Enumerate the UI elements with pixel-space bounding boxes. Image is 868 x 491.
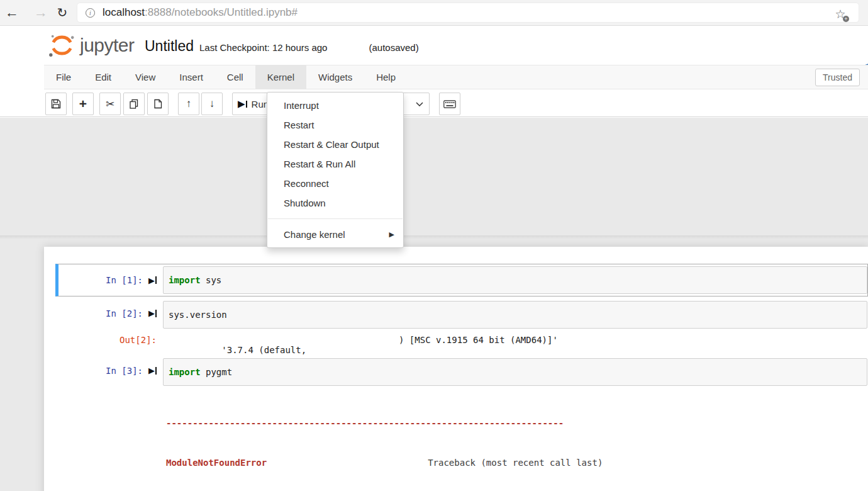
code-input[interactable]: import pygmt <box>163 358 867 386</box>
error-traceback: ----------------------------------------… <box>166 390 868 491</box>
menubar: File Edit View Insert Cell Kernel Widget… <box>44 65 868 89</box>
code-cell-1[interactable]: In [1]: ▶ import sys <box>55 264 868 296</box>
jupyter-logo[interactable]: jupyter <box>48 32 135 59</box>
header-shadow <box>0 235 868 239</box>
code-input[interactable]: import sys <box>163 266 867 294</box>
notebook-toolbar: + ✂ ↑ ↓ ▶ Run <box>0 89 868 117</box>
kernel-menu-restart-clear[interactable]: Restart & Clear Output <box>267 135 403 154</box>
notebook-title[interactable]: Untitled <box>145 38 194 55</box>
plus-icon: + <box>79 96 87 111</box>
browser-forward-button[interactable]: → <box>31 3 50 22</box>
code-text: pygmt <box>201 367 233 377</box>
output-prompt: Out[2]: <box>120 335 157 345</box>
copy-cell-button[interactable] <box>123 93 145 115</box>
menu-divider <box>268 218 403 219</box>
input-prompt: In [1]: <box>106 275 143 285</box>
keyboard-icon <box>443 100 456 108</box>
kernel-menu-interrupt[interactable]: Interrupt <box>267 96 403 115</box>
kernel-dropdown-menu: Interrupt Restart Restart & Clear Output… <box>267 92 404 248</box>
back-arrow-icon: ← <box>5 4 19 21</box>
save-icon <box>51 99 61 109</box>
run-cell-icon: ▶ <box>148 308 157 318</box>
code-input[interactable]: sys.version <box>163 301 867 329</box>
address-bar[interactable]: i localhost:8888/notebooks/Untitled.ipyn… <box>77 3 859 23</box>
refresh-icon: ↻ <box>57 5 68 20</box>
change-kernel-label: Change kernel <box>284 227 345 242</box>
copy-icon <box>129 99 139 109</box>
kernel-menu-restart-run-all[interactable]: Restart & Run All <box>267 154 403 174</box>
run-cell-icon: ▶ <box>148 276 157 285</box>
jupyter-header: jupyter Untitled Last Checkpoint: 12 hou… <box>0 26 868 65</box>
browser-back-button[interactable]: ← <box>3 3 21 22</box>
output-text-left: '3.7.4 (default, <box>221 345 306 355</box>
notebook-container: In [1]: ▶ import sys In [2]: ▶ sys.versi… <box>44 247 868 491</box>
run-cell-icon: ▶ <box>148 366 157 375</box>
url-path: :8888/notebooks/Untitled.ipynb# <box>145 6 298 18</box>
output-area-2: Out[2]: '3.7.4 (default, ) [MSC v.1915 6… <box>55 329 868 354</box>
paste-icon <box>153 99 163 109</box>
move-cell-down-button[interactable]: ↓ <box>201 93 223 115</box>
menu-insert[interactable]: Insert <box>167 65 215 89</box>
url-host: localhost <box>103 6 145 18</box>
run-button-label: Run <box>252 99 269 110</box>
kernel-menu-change-kernel[interactable]: Change kernel ▶ <box>267 225 403 244</box>
menu-edit[interactable]: Edit <box>83 65 123 89</box>
code-text: sys.version <box>169 310 227 320</box>
checkpoint-status: Last Checkpoint: 12 hours ago <box>199 42 327 53</box>
move-cell-up-button[interactable]: ↑ <box>178 93 199 115</box>
add-cell-button[interactable]: + <box>72 93 94 115</box>
plus-badge-icon: + <box>843 16 849 22</box>
jupyter-logo-text: jupyter <box>80 35 135 56</box>
scissors-icon: ✂ <box>106 98 114 111</box>
code-text: sys <box>201 275 222 285</box>
submenu-arrow-icon: ▶ <box>389 227 394 242</box>
kernel-menu-reconnect[interactable]: Reconnect <box>267 174 403 193</box>
forward-arrow-icon: → <box>34 4 48 21</box>
arrow-up-icon: ↑ <box>186 98 192 110</box>
code-cell-2[interactable]: In [2]: ▶ sys.version <box>55 298 868 328</box>
traceback-separator: ----------------------------------------… <box>166 417 868 430</box>
kernel-menu-restart[interactable]: Restart <box>267 115 403 135</box>
browser-refresh-button[interactable]: ↻ <box>53 3 72 22</box>
code-cell-3[interactable]: In [3]: ▶ import pygmt <box>55 356 868 385</box>
menu-view[interactable]: View <box>123 65 167 89</box>
jupyter-logo-icon <box>48 32 75 59</box>
arrow-down-icon: ↓ <box>209 98 215 110</box>
autosaved-status: (autosaved) <box>369 42 418 53</box>
menu-widgets[interactable]: Widgets <box>306 65 364 89</box>
code-keyword: import <box>169 275 201 285</box>
code-keyword: import <box>169 367 201 377</box>
menu-file[interactable]: File <box>44 65 83 89</box>
traceback-header: ModuleNotFoundErrorTraceback (most recen… <box>166 456 868 470</box>
trusted-button[interactable]: Trusted <box>815 69 860 86</box>
cut-cell-button[interactable]: ✂ <box>99 93 121 115</box>
menu-help[interactable]: Help <box>364 65 408 89</box>
add-favorite-button[interactable]: ☆+ <box>833 8 847 21</box>
site-info-icon[interactable]: i <box>86 8 95 18</box>
input-prompt: In [3]: <box>106 366 143 376</box>
input-prompt: In [2]: <box>106 308 143 319</box>
menu-kernel[interactable]: Kernel <box>255 65 306 89</box>
kernel-menu-shutdown[interactable]: Shutdown <box>267 193 403 213</box>
run-icon: ▶ <box>238 98 247 110</box>
save-button[interactable] <box>45 93 67 115</box>
workspace-background: In [1]: ▶ import sys In [2]: ▶ sys.versi… <box>0 118 868 491</box>
output-text-right: ) [MSC v.1915 64 bit (AMD64)]' <box>399 335 558 345</box>
paste-cell-button[interactable] <box>147 93 169 115</box>
command-palette-button[interactable] <box>439 93 460 115</box>
url-text: localhost:8888/notebooks/Untitled.ipynb# <box>103 6 298 19</box>
chevron-down-icon <box>416 102 423 106</box>
menu-cell[interactable]: Cell <box>215 65 255 89</box>
browser-toolbar: ← → ↻ i localhost:8888/notebooks/Untitle… <box>0 0 868 26</box>
output-text: '3.7.4 (default, ) [MSC v.1915 64 bit (A… <box>163 329 868 354</box>
screen: ← → ↻ i localhost:8888/notebooks/Untitle… <box>0 0 868 491</box>
